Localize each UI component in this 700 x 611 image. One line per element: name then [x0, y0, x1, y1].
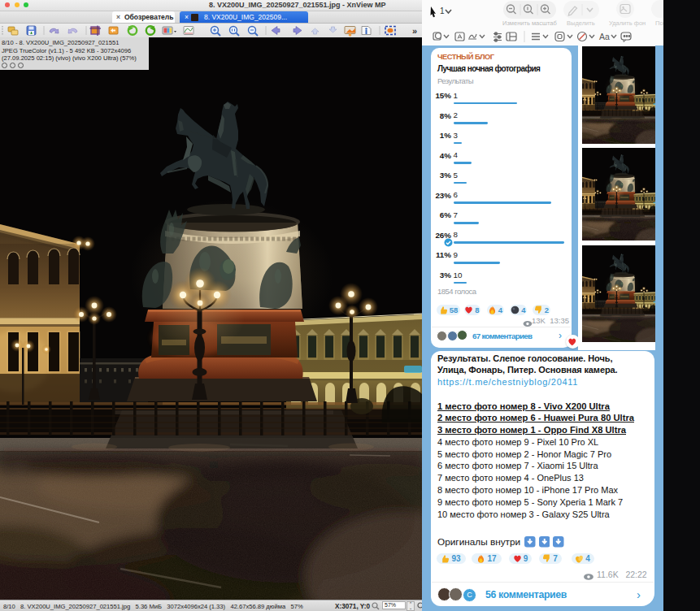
- svg-text:Пов: Пов: [655, 20, 663, 27]
- svg-text:Удалить фон: Удалить фон: [609, 20, 646, 27]
- svg-text:Выделить: Выделить: [567, 20, 595, 27]
- svg-text:Aa: Aa: [599, 32, 610, 41]
- svg-text:1: 1: [440, 6, 445, 15]
- svg-text:»: »: [412, 26, 417, 36]
- svg-text:Изменить масштаб: Изменить масштаб: [502, 20, 557, 27]
